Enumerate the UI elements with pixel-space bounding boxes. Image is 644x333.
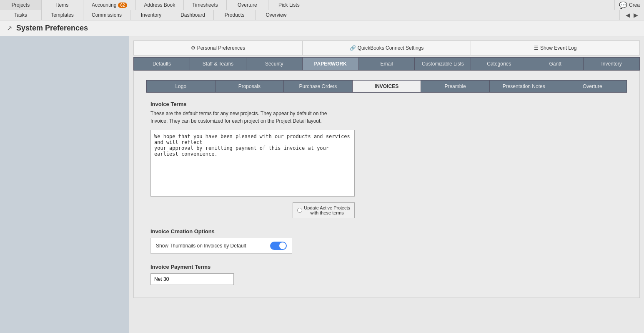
- nav-item-address-book[interactable]: Address Book: [136, 0, 184, 10]
- invoice-terms-title: Invoice Terms: [150, 101, 623, 107]
- nav-item-products[interactable]: Products: [214, 10, 256, 20]
- sub-tab-proposals[interactable]: Proposals: [216, 81, 284, 92]
- section-tab-security[interactable]: Security: [246, 58, 303, 70]
- payment-terms-section: Invoice Payment Terms: [150, 264, 623, 285]
- sub-tab-logo[interactable]: Logo: [147, 81, 216, 92]
- invoice-terms-desc: These are the default terms for any new …: [150, 110, 623, 125]
- invoice-terms-section: Invoice Terms These are the default term…: [150, 101, 623, 218]
- sub-tab-invoices[interactable]: INVOICES: [353, 81, 421, 92]
- section-tabs: DefaultsStaff & TeamsSecurityPAPERWORKEm…: [133, 57, 640, 71]
- creation-options-section: Invoice Creation Options Show Thumbnails…: [150, 228, 623, 254]
- nav-item-projects[interactable]: Projects: [0, 0, 42, 10]
- sub-tab-overture[interactable]: Overture: [558, 81, 626, 92]
- invoice-terms-textarea[interactable]: [150, 130, 355, 197]
- sub-tab-preamble[interactable]: Preamble: [421, 81, 490, 92]
- nav-item-commissions[interactable]: Commissions: [83, 10, 130, 20]
- nav-item-overture[interactable]: Overture: [227, 0, 268, 10]
- create-area[interactable]: 💬Crea: [614, 0, 644, 10]
- section-tab-inventory[interactable]: Inventory: [584, 58, 639, 70]
- nav-arrow-left[interactable]: ◀: [624, 12, 632, 18]
- section-tab-email[interactable]: Email: [359, 58, 415, 70]
- thumbnails-toggle-row: Show Thumbnails on Invoices by Default: [150, 238, 292, 254]
- nav-item-dashboard[interactable]: Dashboard: [172, 10, 214, 20]
- nav-item-timesheets[interactable]: Timesheets: [184, 0, 227, 10]
- sub-tab-purchase-orders[interactable]: Purchase Orders: [284, 81, 353, 92]
- preference-tabs: ⚙Personal Preferences🔗QuickBooks Connect…: [133, 40, 640, 56]
- update-active-projects-button[interactable]: Update Active Projects with these terms: [293, 202, 355, 218]
- payment-terms-input[interactable]: [150, 273, 234, 285]
- nav-item-accounting[interactable]: Accounting62: [83, 0, 136, 10]
- nav-item-templates[interactable]: Templates: [42, 10, 83, 20]
- external-link-icon[interactable]: ↗: [7, 24, 12, 32]
- page-title: System Preferences: [16, 24, 88, 33]
- thumbnails-toggle[interactable]: [270, 242, 287, 250]
- pref-tab-1[interactable]: 🔗QuickBooks Connect Settings: [303, 41, 471, 55]
- nav-item-inventory[interactable]: Inventory: [130, 10, 172, 20]
- section-tab-staff-&-teams[interactable]: Staff & Teams: [190, 58, 246, 70]
- nav-item-pick-lists[interactable]: Pick Lists: [268, 0, 310, 10]
- radio-icon: [297, 208, 302, 213]
- update-btn-text: Update Active Projects with these terms: [304, 205, 350, 215]
- sidebar: [0, 36, 129, 333]
- nav-item-tasks[interactable]: Tasks: [0, 10, 42, 20]
- sub-tabs: LogoProposalsPurchase OrdersINVOICESPrea…: [146, 80, 627, 93]
- nav-item-items[interactable]: Items: [42, 0, 83, 10]
- nav-arrow-right[interactable]: ▶: [632, 12, 640, 18]
- section-tab-paperwork[interactable]: PAPERWORK: [303, 58, 359, 70]
- nav-arrows: ◀▶: [619, 10, 644, 20]
- sub-tab-presentation-notes[interactable]: Presentation Notes: [490, 81, 559, 92]
- inner-panel: LogoProposalsPurchase OrdersINVOICESPrea…: [133, 71, 640, 298]
- pref-tab-0[interactable]: ⚙Personal Preferences: [134, 41, 303, 55]
- pref-tab-2[interactable]: ☰Show Event Log: [471, 41, 639, 55]
- thumbnails-toggle-label: Show Thumbnails on Invoices by Default: [156, 243, 246, 249]
- section-tab-categories[interactable]: Categories: [471, 58, 527, 70]
- section-tab-customizable-lists[interactable]: Customizable Lists: [415, 58, 471, 70]
- creation-options-title: Invoice Creation Options: [150, 228, 623, 235]
- section-tab-gantt[interactable]: Gantt: [527, 58, 584, 70]
- nav-item-overview[interactable]: Overview: [256, 10, 297, 20]
- payment-terms-title: Invoice Payment Terms: [150, 264, 623, 270]
- content-area: ⚙Personal Preferences🔗QuickBooks Connect…: [129, 36, 644, 333]
- page-header: ↗ System Preferences: [0, 20, 644, 36]
- section-tab-defaults[interactable]: Defaults: [134, 58, 190, 70]
